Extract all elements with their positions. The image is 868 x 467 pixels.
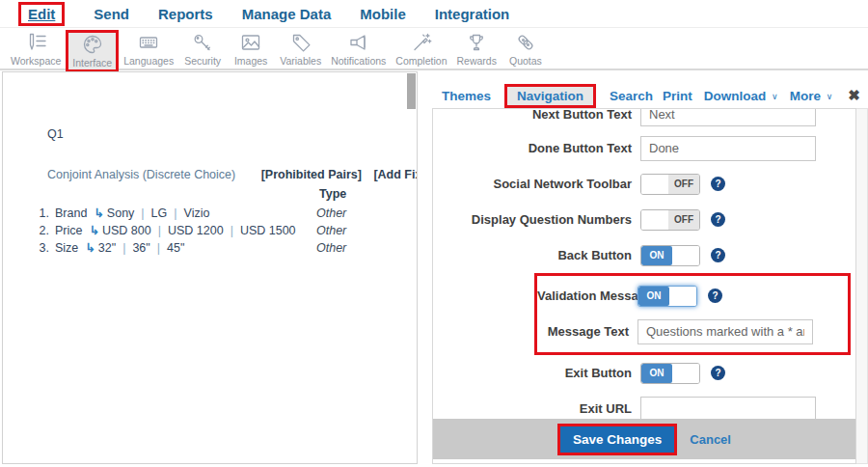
type-column-header: Type [319, 187, 346, 201]
cancel-link[interactable]: Cancel [690, 432, 731, 447]
chain-links-icon [514, 31, 537, 54]
attribute-option: 32" [98, 241, 116, 255]
tab-themes[interactable]: Themes [432, 86, 501, 106]
prohibited-pairs-link[interactable]: [Prohibited Pairs] [261, 168, 362, 181]
setting-row-exit-url: Exit URL [433, 391, 855, 419]
help-icon[interactable]: ? [711, 248, 725, 262]
help-icon[interactable]: ? [711, 212, 725, 227]
setting-row-social-network-toolbar: Social Network Toolbar OFF ? [433, 166, 855, 202]
message-text-input[interactable] [637, 319, 813, 344]
settings-tab-bar: Themes Navigation Search Print Download … [432, 83, 868, 108]
pencil-list-icon [24, 31, 47, 54]
attribute-option: 45" [167, 241, 184, 255]
question-id: Q1 [47, 127, 64, 141]
tab-search[interactable]: Search [600, 86, 663, 106]
edit-toolbar: Workspace Interface Languages Security I… [0, 28, 868, 70]
setting-row-done-button-text: Done Button Text [433, 130, 855, 166]
toolbar-rewards-button[interactable]: Rewards [451, 30, 501, 69]
separator: | [141, 206, 144, 220]
separator: | [231, 224, 233, 237]
attribute-row-price: 2.Price↳USD 800|USD 1200|USD 1500 Other [34, 222, 417, 239]
survey-preview-panel: Q1 Conjoint Analysis (Discrete Choice) [… [2, 71, 418, 464]
print-link[interactable]: Print [663, 89, 692, 103]
magic-wand-icon [410, 31, 433, 54]
panel-actions: Print Download ∨ More ∨ ✖ [663, 87, 868, 104]
settings-rows: Next Button Text Done Button Text Social… [433, 109, 855, 419]
toolbar-languages-button[interactable]: Languages [119, 30, 178, 69]
attribute-type: Other [316, 205, 346, 222]
next-button-text-input[interactable] [640, 109, 816, 126]
toolbar-variables-button[interactable]: Variables [275, 30, 326, 69]
help-icon[interactable]: ? [708, 288, 722, 303]
trophy-icon [465, 31, 488, 54]
save-changes-button[interactable]: Save Changes [560, 426, 674, 453]
annotation-box-save: Save Changes [557, 424, 677, 455]
toolbar-security-button[interactable]: Security [178, 30, 227, 69]
chevron-down-icon: ∨ [772, 92, 778, 101]
exit-button-toggle[interactable]: ON [640, 363, 700, 384]
attribute-option: Sony [107, 206, 135, 220]
display-question-numbers-toggle[interactable]: OFF [640, 209, 700, 231]
nav-item-integration[interactable]: Integration [420, 6, 525, 22]
question-title: Conjoint Analysis (Discrete Choice) [47, 168, 235, 181]
annotation-box-edit: Edit [18, 2, 65, 26]
attribute-name: Price [55, 224, 82, 237]
attribute-option: LG [151, 206, 168, 220]
attribute-option: USD 1500 [240, 224, 296, 237]
palette-icon [81, 33, 104, 56]
top-nav: Edit Send Reports Manage Data Mobile Int… [0, 0, 868, 28]
close-icon[interactable]: ✖ [848, 87, 860, 104]
attribute-list: 1.Brand↳Sony|LG|Vizio Other 2.Price↳USD … [34, 205, 417, 257]
tab-navigation[interactable]: Navigation [504, 84, 596, 108]
setting-row-validation-message: Validation Message ON ? [537, 278, 848, 314]
toolbar-workspace-button[interactable]: Workspace [6, 30, 66, 69]
attribute-option: USD 800 [102, 224, 151, 237]
attribute-name: Size [55, 241, 78, 255]
toolbar-quotas-button[interactable]: Quotas [502, 30, 550, 69]
back-button-toggle[interactable]: ON [640, 245, 700, 266]
separator: | [158, 224, 161, 237]
separator: | [122, 241, 125, 255]
setting-row-next-button-text: Next Button Text [433, 109, 855, 130]
help-icon[interactable]: ? [711, 366, 725, 380]
arrow-icon: ↳ [85, 241, 95, 255]
attribute-name: Brand [55, 206, 87, 220]
done-button-text-input[interactable] [640, 136, 816, 161]
attribute-option: USD 1200 [168, 224, 224, 237]
chevron-down-icon: ∨ [827, 92, 833, 101]
toolbar-interface-button[interactable]: Interface [66, 30, 119, 72]
keyboard-icon [137, 31, 160, 54]
attribute-row-size: 3.Size↳32"|36"|45" Other [34, 239, 417, 257]
nav-item-edit[interactable]: Edit [4, 2, 79, 26]
image-icon [239, 31, 262, 54]
attribute-type: Other [316, 239, 346, 257]
navigation-settings-box: Next Button Text Done Button Text Social… [432, 108, 856, 464]
toolbar-images-button[interactable]: Images [227, 30, 275, 69]
tag-icon [289, 31, 312, 54]
settings-scrollbar-track[interactable] [856, 108, 868, 464]
nav-item-reports[interactable]: Reports [144, 6, 228, 22]
attribute-row-brand: 1.Brand↳Sony|LG|Vizio Other [34, 205, 417, 222]
validation-message-toggle[interactable]: ON [637, 286, 697, 307]
setting-row-message-text: Message Text [537, 314, 848, 349]
nav-item-mobile[interactable]: Mobile [345, 6, 420, 22]
download-link[interactable]: Download ∨ [704, 89, 778, 103]
settings-panel: Themes Navigation Search Print Download … [432, 83, 868, 464]
add-fixed-tasks-link[interactable]: [Add Fixed Tasks] [373, 168, 418, 181]
left-panel-scrollbar[interactable] [407, 73, 416, 109]
megaphone-icon [347, 31, 370, 54]
attribute-type: Other [316, 222, 346, 239]
toolbar-notifications-button[interactable]: Notifications [326, 30, 391, 69]
help-icon[interactable]: ? [711, 177, 725, 191]
nav-item-manage-data[interactable]: Manage Data [228, 6, 346, 22]
more-link[interactable]: More ∨ [790, 89, 833, 103]
social-network-toolbar-toggle[interactable]: OFF [640, 174, 700, 195]
toolbar-completion-button[interactable]: Completion [391, 30, 451, 69]
exit-url-input[interactable] [640, 397, 816, 420]
arrow-icon: ↳ [89, 224, 98, 237]
key-icon [191, 31, 214, 54]
separator: | [174, 206, 176, 220]
separator: | [157, 241, 160, 255]
nav-item-send[interactable]: Send [79, 6, 144, 22]
attribute-option: 36" [132, 241, 149, 255]
